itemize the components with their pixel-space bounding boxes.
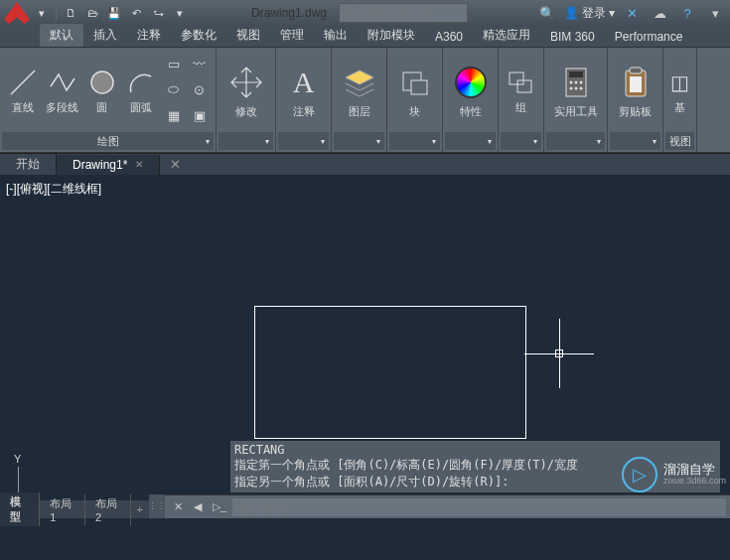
group-icon	[506, 67, 537, 98]
chevron-down-icon: ▾	[206, 137, 210, 146]
ribbon-tab-bim360[interactable]: BIM 360	[540, 27, 605, 47]
move-icon	[226, 63, 266, 102]
command-input[interactable]	[232, 498, 726, 516]
panel-group-title[interactable]: ▾	[501, 132, 541, 150]
panel-draw-title[interactable]: 绘图▾	[2, 132, 214, 150]
tool-region-icon[interactable]: ▣	[188, 103, 212, 127]
tool-point-icon[interactable]: ⊙	[188, 77, 212, 101]
ribbon-tab-annotate[interactable]: 注释	[127, 24, 171, 47]
ribbon-tab-view[interactable]: 视图	[226, 24, 270, 47]
ribbon-tab-performance[interactable]: Performance	[605, 27, 693, 47]
ribbon-tab-a360[interactable]: A360	[425, 27, 473, 47]
svg-rect-16	[630, 76, 642, 92]
tool-modify[interactable]: 修改	[220, 52, 271, 130]
cmd-drag-handle[interactable]: ⋮⋮	[149, 494, 165, 518]
svg-point-8	[569, 81, 572, 84]
login-label: 登录	[582, 5, 606, 22]
chevron-down-icon: ▾	[653, 137, 657, 146]
tool-layer[interactable]: 图层	[336, 52, 382, 130]
panel-properties: 特性 ▾	[443, 48, 499, 152]
tool-arc[interactable]: 圆弧	[122, 52, 160, 130]
ribbon-tab-featured[interactable]: 精选应用	[473, 24, 540, 47]
layout-add-button[interactable]: +	[131, 501, 149, 517]
panel-layer: 图层 ▾	[332, 48, 387, 152]
search-icon[interactable]: 🔍	[536, 6, 558, 21]
cloud-icon[interactable]: ☁	[649, 6, 670, 21]
tool-spline-icon[interactable]: 〰	[188, 52, 212, 75]
play-icon: ▷	[622, 457, 657, 492]
block-icon	[395, 63, 435, 102]
tool-group[interactable]: 组	[503, 52, 539, 130]
tool-block[interactable]: 块	[391, 52, 438, 130]
tool-utils[interactable]: 实用工具	[548, 52, 603, 130]
help-icon[interactable]: ?	[676, 6, 698, 21]
panel-layer-title[interactable]: ▾	[334, 132, 384, 150]
watermark: ▷ 溜溜自学 zixue.3d66.com	[622, 457, 726, 492]
help-dropdown-icon[interactable]: ▾	[704, 6, 726, 21]
viewport-label[interactable]: [-][俯视][二维线框]	[6, 181, 101, 198]
ribbon-tab-parametric[interactable]: 参数化	[171, 24, 226, 47]
layout-tab-model[interactable]: 模型	[0, 492, 40, 526]
tool-hatch-icon[interactable]: ▦	[162, 103, 186, 127]
ribbon: 直线 多段线 圆 圆弧 ▭ ⬭ ▦ 〰 ⊙ ▣	[0, 48, 730, 153]
qat-open-icon[interactable]: 🗁	[82, 3, 102, 23]
cmd-close-icon[interactable]: ✕	[169, 498, 187, 516]
app-menu-dropdown[interactable]: ▾	[32, 3, 52, 23]
tool-ellipse-icon[interactable]: ⬭	[162, 77, 186, 101]
panel-base-title[interactable]: 视图	[665, 132, 694, 150]
panel-annotate-title[interactable]: ▾	[278, 132, 329, 150]
ucs-y-label: Y	[14, 453, 21, 465]
search-input[interactable]	[339, 3, 468, 23]
cmd-recent-icon[interactable]: ◀	[189, 498, 207, 516]
svg-rect-7	[569, 71, 583, 77]
panel-properties-title[interactable]: ▾	[445, 132, 496, 150]
layout-tab-1[interactable]: 布局1	[40, 494, 85, 525]
ribbon-tab-manage[interactable]: 管理	[270, 24, 314, 47]
panel-clipboard-title[interactable]: ▾	[610, 132, 660, 150]
ribbon-tab-insert[interactable]: 插入	[83, 24, 127, 47]
ribbon-tab-default[interactable]: 默认	[40, 24, 83, 47]
chevron-down-icon: ▾	[265, 137, 269, 146]
doc-tab-label: Drawing1*	[73, 158, 127, 172]
panel-modify-title[interactable]: ▾	[219, 132, 273, 150]
app-logo-icon[interactable]	[4, 2, 30, 24]
tool-properties[interactable]: 特性	[447, 52, 494, 130]
doc-tab-label: 开始	[16, 156, 40, 173]
tool-base[interactable]: ◫ 基	[667, 52, 693, 130]
watermark-url: zixue.3d66.com	[663, 477, 726, 487]
panel-block-title[interactable]: ▾	[389, 132, 440, 150]
tool-polyline[interactable]: 多段线	[44, 52, 81, 130]
drawn-rectangle	[254, 306, 526, 439]
panel-group: 组 ▾	[499, 48, 544, 152]
close-icon[interactable]: ✕	[135, 159, 143, 170]
qat-dropdown[interactable]: ▾	[170, 3, 190, 23]
svg-rect-5	[517, 80, 531, 92]
line-icon	[7, 67, 39, 98]
tool-rectangle-icon[interactable]: ▭	[162, 52, 186, 75]
qat-new-icon[interactable]: 🗋	[61, 3, 80, 23]
tool-circle[interactable]: 圆	[83, 52, 121, 130]
login-button[interactable]: 👤 登录 ▾	[564, 5, 615, 22]
ribbon-tab-output[interactable]: 输出	[314, 24, 358, 47]
clipboard-icon	[616, 63, 656, 102]
command-line: ✕ ◀ ▷_	[165, 494, 730, 518]
tool-paste[interactable]: 剪贴板	[612, 52, 658, 130]
qat-undo-icon[interactable]: ↶	[126, 3, 146, 23]
layout-tab-2[interactable]: 布局2	[85, 494, 131, 525]
tool-text[interactable]: A 注释	[280, 52, 327, 130]
doc-tab-drawing1[interactable]: Drawing1* ✕	[57, 155, 160, 175]
qat-redo-icon[interactable]: ⮑	[148, 3, 168, 23]
exchange-icon[interactable]: ✕	[621, 6, 643, 21]
svg-line-0	[11, 70, 35, 94]
doc-tab-start[interactable]: 开始	[0, 153, 57, 176]
document-title: Drawing1.dwg	[251, 6, 327, 20]
polyline-icon	[47, 67, 78, 98]
tool-line[interactable]: 直线	[4, 52, 42, 130]
panel-utils: 实用工具 ▾	[544, 48, 608, 152]
panel-utils-title[interactable]: ▾	[546, 132, 605, 150]
drawing-viewport[interactable]: [-][俯视][二维线框] Y X RECTANG 指定第一个角点或 [倒角(C…	[0, 175, 730, 518]
ribbon-tab-addons[interactable]: 附加模块	[358, 24, 425, 47]
doc-tab-add[interactable]: ✕	[160, 154, 191, 175]
color-wheel-icon	[451, 63, 491, 102]
qat-save-icon[interactable]: 💾	[104, 3, 124, 23]
